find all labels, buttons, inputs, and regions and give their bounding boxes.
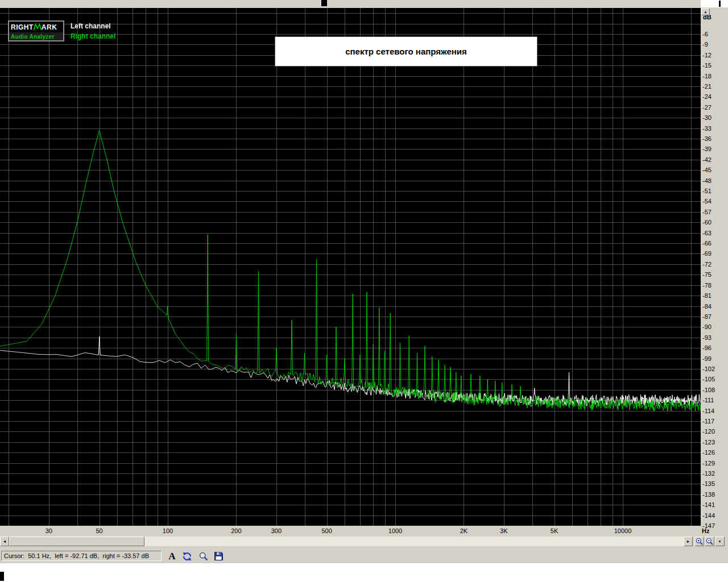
y-tick-label: -78 <box>702 282 712 289</box>
y-tick-label: -45 <box>702 167 712 173</box>
legend-left: Left channel <box>71 22 111 30</box>
y-tick-label: -81 <box>702 292 712 299</box>
y-tick-label: -144 <box>702 512 715 519</box>
y-tick-label: -123 <box>702 439 715 446</box>
y-tick-label: -147 <box>702 522 715 529</box>
h-scrollbar-thumb[interactable] <box>9 537 144 546</box>
y-tick-label: -18 <box>702 73 712 80</box>
y-tick-label: -99 <box>702 355 712 362</box>
x-tick-label: 300 <box>271 527 282 534</box>
x-tick-label: 500 <box>321 527 332 534</box>
y-tick-label: -138 <box>702 491 715 498</box>
x-tick-label: 100 <box>163 527 173 534</box>
cursor-readout: Cursor: 50.1 Hz, left = -92.71 dB, right… <box>1 551 162 561</box>
x-tick-label: 30 <box>46 527 52 534</box>
y-tick-label: -117 <box>702 418 714 425</box>
x-tick-label: 2K <box>460 527 468 534</box>
x-tick-label: 3K <box>500 527 507 534</box>
y-tick-label: -27 <box>702 104 712 111</box>
save-button[interactable] <box>212 550 225 563</box>
x-tick-label: 5K <box>551 527 558 534</box>
y-tick-label: -105 <box>702 376 715 383</box>
screen-artifact <box>321 0 327 6</box>
y-tick-label: -72 <box>702 261 712 268</box>
y-tick-label: -126 <box>702 449 715 456</box>
y-tick-label: -141 <box>702 501 715 508</box>
y-tick-label: -63 <box>702 230 712 236</box>
app-window: RIGHT ARK Audio Analyzer Left channel Ri… <box>0 0 728 582</box>
y-tick-label: -60 <box>702 219 712 226</box>
y-tick-label: -114 <box>702 408 714 414</box>
legend-right: Right channel <box>71 32 115 40</box>
y-tick-label: -120 <box>702 428 715 435</box>
rmaa-logo-line1: RIGHT ARK <box>9 22 63 32</box>
y-tick-label: -90 <box>702 323 712 330</box>
magnifier-icon <box>198 551 209 562</box>
rmaa-logo: RIGHT ARK Audio Analyzer <box>8 20 64 41</box>
x-tick-label: 10000 <box>614 527 632 534</box>
scroll-left-button[interactable]: ◄ <box>0 537 9 546</box>
y-tick-label: -6 <box>702 31 708 38</box>
y-tick-label: -42 <box>702 156 712 163</box>
y-tick-label: -84 <box>702 303 712 310</box>
y-tick-label: -57 <box>702 209 712 215</box>
y-tick-label: -24 <box>702 93 712 100</box>
scroll-right-button[interactable]: ► <box>684 537 693 546</box>
y-tick-label: -129 <box>702 460 715 467</box>
logo-text-right: RIGHT <box>11 23 34 31</box>
y-tick-label: -102 <box>702 365 715 372</box>
spectrum-plot-canvas[interactable] <box>0 8 701 526</box>
y-tick-label: -96 <box>702 344 712 351</box>
zoom-in-button[interactable] <box>694 537 704 546</box>
x-tick-label: 50 <box>96 527 102 534</box>
y-tick-label: -54 <box>702 198 712 205</box>
y-tick-label: -9 <box>702 41 708 48</box>
floppy-icon <box>214 551 224 561</box>
y-tick-label: -33 <box>702 125 712 132</box>
y-tick-label: -36 <box>702 135 712 142</box>
y-tick-label: -30 <box>702 114 712 121</box>
x-tick-label: 1000 <box>388 527 402 534</box>
zoom-out-button[interactable] <box>705 537 714 546</box>
y-tick-label: -135 <box>702 480 715 487</box>
y-tick-label: -108 <box>702 386 715 393</box>
bottom-strip <box>0 563 728 582</box>
y-tick-label: -132 <box>702 470 715 477</box>
y-tick-label: -39 <box>702 146 712 152</box>
y-tick-label: -111 <box>702 397 714 404</box>
logo-waveform-icon <box>34 23 42 31</box>
y-tick-label: -66 <box>702 240 712 247</box>
screen-artifact <box>719 1 721 7</box>
y-tick-label: -21 <box>702 83 712 90</box>
logo-text-ark: ARK <box>42 23 57 31</box>
x-tick-label: 200 <box>231 527 241 534</box>
y-tick-label: -75 <box>702 271 712 278</box>
magnify-button[interactable] <box>197 550 210 563</box>
y-tick-label: -12 <box>702 52 712 59</box>
y-tick-label: -93 <box>702 334 712 341</box>
refresh-icon <box>182 551 192 562</box>
font-button[interactable]: A <box>166 550 179 563</box>
db-scroll-up-button[interactable]: ▲ <box>701 8 710 15</box>
db-scroll-down-button[interactable]: ▼ <box>715 537 725 546</box>
magnifier-plus-icon <box>696 538 703 545</box>
magnifier-minus-icon <box>706 538 713 545</box>
rmaa-logo-line2: Audio Analyzer <box>9 32 63 40</box>
refresh-button[interactable] <box>180 550 193 563</box>
y-tick-label: -48 <box>702 177 712 184</box>
screen-artifact <box>701 0 728 7</box>
y-tick-label: -15 <box>702 62 712 69</box>
y-tick-label: -69 <box>702 250 712 257</box>
y-tick-label: -51 <box>702 188 712 194</box>
chart-title-box: спектр сетевого напряжения <box>275 36 537 66</box>
y-tick-label: -87 <box>702 313 712 320</box>
screen-artifact <box>0 572 4 581</box>
